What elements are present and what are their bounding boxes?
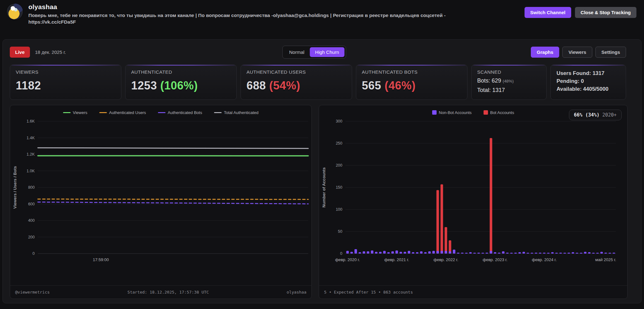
- svg-text:Viewers / Users / Bots: Viewers / Users / Bots: [13, 166, 17, 209]
- account-age-bar-chart: 300250200150100500февр. 2020 г.февр. 202…: [319, 117, 627, 272]
- channel-description-line1: Поверь мне, тебе не понравится то, что т…: [28, 13, 446, 18]
- stat-number: 1253: [131, 79, 160, 92]
- account-age-bar-chart-panel: Non-Bot Accounts Bot Accounts 66% (34%) …: [319, 105, 628, 299]
- tracking-started-label: Started: 18.12.2025, 17:57:38 UTC: [127, 290, 209, 295]
- svg-text:1.4K: 1.4K: [26, 135, 35, 140]
- stat-number: 565: [362, 79, 385, 92]
- legend-item-auth-bots[interactable]: Authenticated Bots: [158, 110, 202, 115]
- tab-viewers[interactable]: Viewers: [562, 47, 592, 58]
- legend-label: Non-Bot Accounts: [439, 110, 472, 115]
- line-chart-footer: @viewermetrics Started: 18.12.2025, 17:5…: [10, 285, 311, 299]
- badge-percent: 66% (34%): [574, 112, 600, 118]
- legend-item-viewers[interactable]: Viewers: [63, 110, 87, 115]
- legend-label: Authenticated Users: [109, 110, 146, 115]
- stat-card-auth-bots: AUTHENTICATED BOTS 565 (46%): [356, 65, 467, 100]
- mode-high-churn-option[interactable]: High Churn: [310, 47, 345, 57]
- scanned-bots-count: Bots: 629: [477, 77, 503, 84]
- legend-label: Viewers: [73, 110, 87, 115]
- total-auth-line-swatch: [214, 112, 222, 113]
- quota-users-found: Users Found: 1317: [556, 70, 620, 77]
- view-tabs: Graphs Viewers Settings: [531, 47, 626, 58]
- svg-text:0: 0: [340, 251, 342, 256]
- stat-label: AUTHENTICATED: [131, 69, 231, 75]
- svg-text:100: 100: [336, 207, 342, 212]
- viewers-line-swatch: [63, 112, 71, 113]
- quota-available: Available: 4405/5000: [556, 86, 620, 92]
- channel-avatar: [6, 3, 23, 20]
- svg-text:0: 0: [32, 251, 35, 256]
- viewers-line-chart-panel: Viewers Authenticated Users Authenticate…: [10, 105, 312, 299]
- svg-text:1.2K: 1.2K: [26, 152, 35, 157]
- auth-users-line-swatch: [99, 112, 107, 113]
- stats-row: VIEWERS 1182 AUTHENTICATED 1253 (106%) A…: [10, 65, 626, 100]
- scanned-total-line: Total: 1317: [477, 87, 541, 94]
- stat-percent: (106%): [160, 79, 198, 92]
- stat-card-authenticated: AUTHENTICATED 1253 (106%): [125, 65, 237, 100]
- stat-card-quota: Users Found: 1317 Pending: 0 Available: …: [550, 65, 626, 100]
- watermark-handle: @viewermetrics: [15, 290, 50, 295]
- stat-label: AUTHENTICATED USERS: [247, 69, 346, 75]
- svg-text:800: 800: [28, 185, 35, 190]
- svg-text:600: 600: [28, 202, 35, 206]
- stat-label: VIEWERS: [16, 69, 115, 75]
- stream-date: 18 дек. 2025 г.: [35, 49, 66, 55]
- tracker-panel: Live 18 дек. 2025 г. Normal High Churn G…: [3, 39, 641, 303]
- live-status-badge: Live: [10, 47, 30, 58]
- legend-label: Total Authenticated: [224, 110, 258, 115]
- stat-value-auth-bots: 565 (46%): [362, 79, 461, 92]
- svg-text:февр. 2024 г.: февр. 2024 г.: [532, 257, 557, 262]
- bar-chart-footer: 5 • Expected After 15 • 863 accounts: [319, 285, 627, 299]
- stat-value-viewers: 1182: [16, 79, 115, 92]
- channel-description: Поверь мне, тебе не понравится то, что т…: [28, 12, 446, 26]
- svg-text:май 2025 г.: май 2025 г.: [595, 257, 616, 262]
- svg-text:февр. 2020 г.: февр. 2020 г.: [335, 257, 360, 262]
- footer-channel-name: olyashaa: [287, 290, 306, 295]
- stat-value-authenticated: 1253 (106%): [131, 79, 231, 92]
- channel-name: olyashaa: [28, 3, 446, 11]
- charts-row: Viewers Authenticated Users Authenticate…: [10, 105, 626, 300]
- svg-text:17:59:00: 17:59:00: [93, 257, 109, 262]
- legend-label: Bot Accounts: [490, 110, 514, 115]
- tab-graphs[interactable]: Graphs: [531, 47, 560, 58]
- legend-item-total-auth[interactable]: Total Authenticated: [214, 110, 258, 115]
- churn-mode-toggle: Normal High Churn: [282, 46, 346, 59]
- stat-value-auth-users: 688 (54%): [247, 79, 346, 92]
- tab-settings[interactable]: Settings: [595, 47, 626, 58]
- mode-normal-option[interactable]: Normal: [284, 47, 310, 57]
- svg-text:300: 300: [336, 119, 342, 123]
- channel-header: olyashaa Поверь мне, тебе не понравится …: [0, 0, 644, 26]
- stat-number: 688: [247, 79, 269, 92]
- badge-suffix: 2020+: [600, 112, 617, 118]
- svg-text:150: 150: [336, 185, 342, 190]
- controls-row: Live 18 дек. 2025 г. Normal High Churn G…: [10, 47, 626, 58]
- bot-swatch: [484, 110, 488, 115]
- legend-item-bot-accounts[interactable]: Bot Accounts: [484, 110, 514, 115]
- account-age-percent-badge: 66% (34%) 2020+: [569, 110, 622, 120]
- svg-text:200: 200: [336, 163, 342, 168]
- svg-text:250: 250: [336, 141, 342, 146]
- stat-percent: (54%): [269, 79, 300, 92]
- svg-text:1.0K: 1.0K: [26, 169, 35, 173]
- legend-item-non-bot-accounts[interactable]: Non-Bot Accounts: [432, 110, 472, 115]
- channel-description-link: https://vk.cc/cFDa5F: [28, 19, 76, 25]
- svg-text:1.6K: 1.6K: [26, 119, 35, 123]
- quota-pending: Pending: 0: [556, 78, 620, 84]
- expected-accounts-label: 5 • Expected After 15 • 863 accounts: [324, 290, 413, 295]
- stat-card-scanned: SCANNED Bots: 629 (48%) Total: 1317: [471, 65, 547, 100]
- svg-text:февр. 2022 г.: февр. 2022 г.: [433, 257, 458, 262]
- viewers-line-chart: 1.6K1.4K1.2K1.0K800600400200017:59:00Vie…: [10, 117, 311, 272]
- legend-item-auth-users[interactable]: Authenticated Users: [99, 110, 146, 115]
- svg-text:50: 50: [338, 229, 342, 234]
- auth-bots-line-swatch: [158, 112, 165, 113]
- switch-channel-button[interactable]: Switch Channel: [525, 7, 571, 18]
- stat-label: SCANNED: [477, 69, 541, 75]
- stat-label: AUTHENTICATED BOTS: [362, 69, 461, 75]
- svg-text:200: 200: [28, 235, 35, 239]
- svg-text:400: 400: [28, 218, 35, 223]
- svg-text:Number of Accounts: Number of Accounts: [322, 167, 326, 207]
- stat-card-auth-users: AUTHENTICATED USERS 688 (54%): [241, 65, 352, 100]
- stat-percent: (46%): [385, 79, 416, 92]
- close-stop-tracking-button[interactable]: Close & Stop Tracking: [575, 7, 636, 18]
- scanned-bots-percent: (48%): [503, 79, 514, 83]
- line-chart-legend: Viewers Authenticated Users Authenticate…: [10, 105, 311, 116]
